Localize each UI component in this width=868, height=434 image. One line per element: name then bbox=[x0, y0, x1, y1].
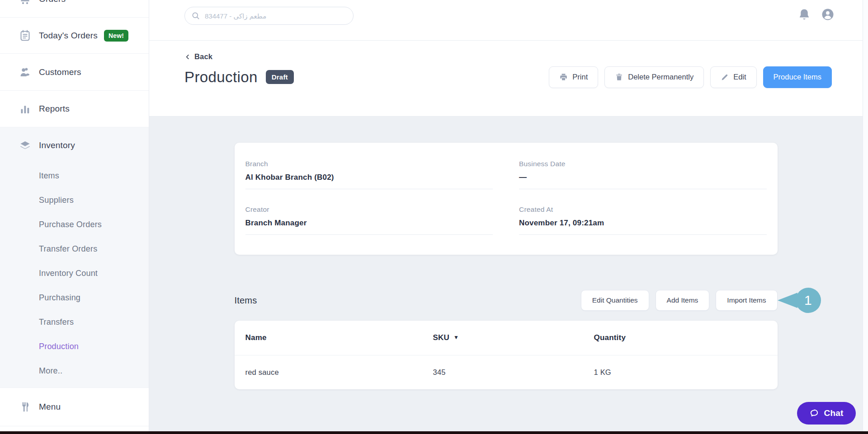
import-items-button[interactable]: Import Items bbox=[716, 290, 777, 311]
print-button[interactable]: Print bbox=[549, 66, 598, 88]
sidebar-subitem-transfers[interactable]: Transfers bbox=[0, 310, 149, 334]
annotation-callout-1: 1 bbox=[778, 288, 821, 313]
global-search[interactable] bbox=[184, 7, 354, 25]
back-label: Back bbox=[194, 52, 212, 61]
page-header: Back Production Draft Print bbox=[149, 41, 863, 117]
sidebar-item-inventory[interactable]: Inventory bbox=[0, 127, 149, 163]
produce-items-button[interactable]: Produce Items bbox=[763, 66, 832, 88]
sidebar-item-label: Customers bbox=[39, 67, 81, 77]
delete-permanently-button[interactable]: Delete Permanently bbox=[604, 66, 704, 88]
main-content: Branch Al Khobar Branch (B02) Business D… bbox=[149, 117, 863, 431]
items-section-title: Items bbox=[235, 295, 257, 306]
annotation-arrow bbox=[778, 293, 797, 308]
cell-name: red sauce bbox=[245, 368, 433, 377]
pencil-icon bbox=[721, 73, 729, 81]
page-title: Production bbox=[184, 69, 258, 86]
produce-items-label: Produce Items bbox=[774, 73, 821, 81]
topbar bbox=[149, 0, 863, 41]
back-link[interactable]: Back bbox=[184, 52, 212, 61]
notifications-bell-icon[interactable] bbox=[797, 8, 811, 21]
sidebar-subitem-purchasing[interactable]: Purchasing bbox=[0, 285, 149, 310]
utensils-icon bbox=[19, 401, 31, 413]
field-created-at: Created At November 17, 09:21am bbox=[519, 205, 767, 235]
production-details-card: Branch Al Khobar Branch (B02) Business D… bbox=[235, 143, 778, 255]
field-creator: Creator Branch Manager bbox=[245, 205, 493, 235]
print-label: Print bbox=[572, 73, 588, 81]
orders-icon bbox=[19, 0, 31, 5]
column-label: Name bbox=[245, 333, 267, 342]
column-header-sku[interactable]: SKU ▼ bbox=[433, 333, 594, 342]
sort-caret-icon: ▼ bbox=[453, 334, 459, 341]
field-value: Al Khobar Branch (B02) bbox=[245, 173, 493, 182]
layers-icon bbox=[19, 140, 31, 152]
bottom-edge-strip bbox=[0, 431, 868, 434]
column-label: SKU bbox=[433, 333, 450, 342]
column-header-quantity[interactable]: Quantity bbox=[594, 333, 767, 342]
field-value: Branch Manager bbox=[245, 219, 493, 228]
sidebar: Orders Today's Orders New! Customers bbox=[0, 0, 149, 431]
sidebar-item-todays-orders[interactable]: Today's Orders New! bbox=[0, 18, 149, 53]
field-label: Creator bbox=[245, 205, 493, 214]
sidebar-item-label: Inventory bbox=[39, 140, 75, 150]
clipboard-icon bbox=[19, 29, 31, 42]
chat-bubble-icon bbox=[809, 408, 819, 418]
delete-label: Delete Permanently bbox=[628, 73, 693, 81]
field-value: November 17, 09:21am bbox=[519, 219, 767, 228]
sidebar-subitem-purchase-orders[interactable]: Purchase Orders bbox=[0, 212, 149, 237]
status-badge: Draft bbox=[266, 70, 294, 84]
annotation-number: 1 bbox=[796, 288, 821, 313]
column-header-name[interactable]: Name bbox=[245, 333, 433, 342]
sidebar-item-menu[interactable]: Menu bbox=[0, 388, 149, 426]
sidebar-filler bbox=[0, 426, 149, 431]
table-row[interactable]: red sauce 345 1 KG bbox=[235, 355, 778, 389]
chat-label: Chat bbox=[824, 408, 843, 418]
field-branch: Branch Al Khobar Branch (B02) bbox=[245, 160, 493, 189]
user-avatar-icon[interactable] bbox=[821, 8, 835, 21]
edit-button[interactable]: Edit bbox=[710, 66, 756, 88]
sidebar-section-inventory: Inventory Items Suppliers Purchase Order… bbox=[0, 127, 149, 387]
sidebar-subitem-items[interactable]: Items bbox=[0, 163, 149, 188]
page-scrollbar[interactable] bbox=[863, 0, 868, 431]
field-label: Business Date bbox=[519, 160, 767, 168]
field-business-date: Business Date — bbox=[519, 160, 767, 189]
sidebar-subitem-more[interactable]: More.. bbox=[0, 359, 149, 383]
sidebar-subitem-inventory-count[interactable]: Inventory Count bbox=[0, 261, 149, 285]
field-value: — bbox=[519, 173, 767, 182]
items-table: Name SKU ▼ Quantity red sauce 345 1 KG bbox=[235, 321, 778, 389]
add-items-button[interactable]: Add Items bbox=[656, 290, 710, 311]
field-label: Created At bbox=[519, 205, 767, 214]
items-table-header-row: Name SKU ▼ Quantity bbox=[235, 321, 778, 355]
new-badge: New! bbox=[104, 30, 128, 42]
sidebar-item-label: Today's Orders bbox=[39, 31, 98, 41]
sidebar-item-label: Orders bbox=[39, 0, 66, 4]
sidebar-subitem-transfer-orders[interactable]: Transfer Orders bbox=[0, 237, 149, 261]
items-section-header: Items Edit Quantities Add Items Import I… bbox=[235, 290, 778, 311]
customers-icon bbox=[19, 66, 31, 78]
column-label: Quantity bbox=[594, 333, 626, 342]
cell-sku: 345 bbox=[433, 368, 594, 377]
printer-icon bbox=[559, 73, 568, 81]
sidebar-item-label: Reports bbox=[39, 104, 70, 114]
chevron-left-icon bbox=[184, 54, 191, 60]
sidebar-item-reports[interactable]: Reports bbox=[0, 91, 149, 127]
sidebar-subitem-production[interactable]: Production bbox=[0, 334, 149, 359]
trash-icon bbox=[615, 73, 623, 81]
search-icon bbox=[191, 11, 200, 20]
field-label: Branch bbox=[245, 160, 493, 168]
cell-quantity: 1 KG bbox=[594, 368, 767, 377]
sidebar-item-customers[interactable]: Customers bbox=[0, 54, 149, 90]
chat-button[interactable]: Chat bbox=[797, 402, 856, 425]
bar-chart-icon bbox=[19, 103, 31, 115]
sidebar-item-label: Menu bbox=[39, 402, 61, 412]
sidebar-subitem-suppliers[interactable]: Suppliers bbox=[0, 188, 149, 212]
sidebar-item-orders[interactable]: Orders bbox=[0, 0, 149, 17]
edit-label: Edit bbox=[733, 73, 746, 81]
edit-quantities-button[interactable]: Edit Quantities bbox=[581, 290, 649, 311]
search-input[interactable] bbox=[205, 12, 347, 20]
